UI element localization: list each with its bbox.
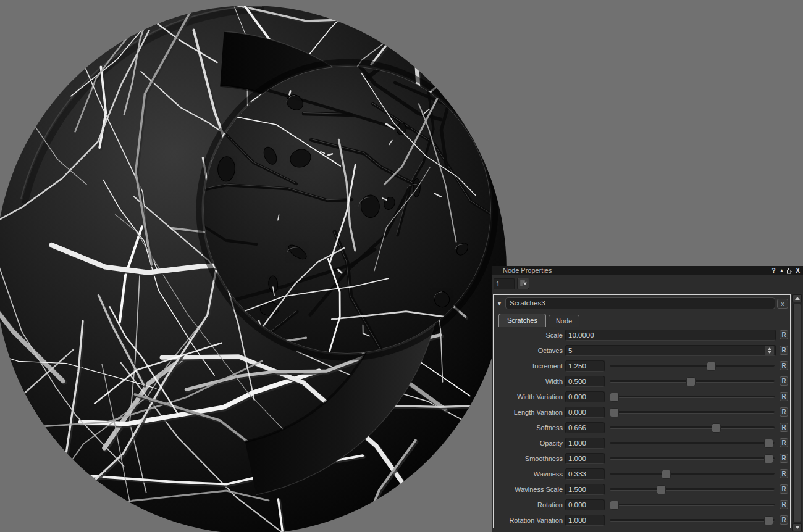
- opacity-reset-button[interactable]: R: [780, 438, 788, 447]
- opacity-controls: R: [565, 438, 788, 449]
- spinner-down-icon[interactable]: [768, 351, 771, 354]
- rotation-reset-button[interactable]: R: [780, 500, 788, 509]
- length-variation-slider-track[interactable]: [610, 411, 775, 414]
- property-row-width-variation: Width VariationR: [494, 389, 790, 404]
- width-reset-button[interactable]: R: [780, 376, 788, 386]
- length-variation-controls: R: [565, 407, 788, 418]
- octaves-controls: R: [565, 345, 788, 356]
- octaves-spinner[interactable]: [764, 346, 775, 355]
- panel-content: ▼ Scratches3 x Scratches Node ScaleROcta…: [492, 293, 803, 532]
- width-variation-input[interactable]: [565, 391, 605, 402]
- vertical-scrollbar[interactable]: [792, 294, 802, 531]
- rotation-variation-slider[interactable]: [610, 515, 775, 525]
- smoothness-reset-button[interactable]: R: [780, 454, 788, 463]
- opacity-label: Opacity: [494, 439, 565, 447]
- width-input[interactable]: [565, 376, 605, 387]
- length-variation-input[interactable]: [565, 407, 605, 418]
- smoothness-slider[interactable]: [610, 454, 775, 463]
- panel-title: Node Properties: [503, 266, 552, 275]
- scroll-down-button[interactable]: [792, 523, 802, 531]
- rotation-slider-thumb[interactable]: [610, 501, 619, 510]
- property-row-smoothness: SmoothnessR: [494, 451, 790, 466]
- softness-reset-button[interactable]: R: [780, 423, 788, 432]
- width-variation-reset-button[interactable]: R: [780, 392, 788, 401]
- property-row-softness: SoftnessR: [494, 420, 790, 435]
- property-row-length-variation: Length VariationR: [494, 404, 790, 420]
- scale-label: Scale: [494, 331, 565, 339]
- increment-reset-button[interactable]: R: [780, 361, 788, 370]
- filter-button[interactable]: [517, 278, 529, 289]
- opacity-slider-track[interactable]: [610, 442, 775, 444]
- property-row-waviness: WavinessR: [494, 466, 790, 481]
- length-variation-slider-thumb[interactable]: [610, 408, 619, 417]
- smoothness-input[interactable]: [565, 453, 605, 464]
- waviness-scale-input[interactable]: [565, 484, 605, 495]
- opacity-slider-thumb[interactable]: [764, 439, 773, 448]
- opacity-slider[interactable]: [610, 438, 775, 447]
- softness-controls: R: [565, 422, 788, 433]
- properties-container: ▼ Scratches3 x Scratches Node ScaleROcta…: [493, 294, 791, 528]
- width-slider-thumb[interactable]: [686, 377, 696, 386]
- waviness-reset-button[interactable]: R: [780, 469, 788, 478]
- width-label: Width: [494, 378, 565, 385]
- waviness-slider-track[interactable]: [610, 473, 775, 475]
- width-variation-slider[interactable]: [610, 392, 775, 401]
- scroll-up-button[interactable]: [792, 294, 802, 302]
- property-row-octaves: OctavesR: [494, 343, 790, 358]
- octaves-reset-button[interactable]: R: [780, 346, 788, 355]
- rotation-slider[interactable]: [610, 500, 775, 509]
- width-variation-slider-thumb[interactable]: [610, 393, 619, 402]
- softness-input[interactable]: [565, 422, 605, 433]
- window-restore-icon[interactable]: [786, 267, 793, 274]
- softness-slider-thumb[interactable]: [712, 423, 721, 433]
- index-input[interactable]: [494, 278, 515, 289]
- panel-toolbar: [492, 275, 803, 293]
- waviness-scale-slider-track[interactable]: [610, 488, 775, 491]
- tab-node[interactable]: Node: [549, 315, 579, 327]
- property-row-rotation-variation: Rotation VariationR: [494, 512, 790, 528]
- scale-reset-button[interactable]: R: [780, 330, 788, 339]
- softness-slider-track[interactable]: [610, 426, 775, 429]
- waviness-scale-slider-thumb[interactable]: [657, 485, 666, 494]
- rotation-variation-reset-button[interactable]: R: [780, 515, 788, 525]
- waviness-scale-slider[interactable]: [610, 484, 775, 494]
- length-variation-reset-button[interactable]: R: [780, 407, 788, 417]
- waviness-scale-controls: R: [565, 484, 788, 495]
- width-slider[interactable]: [610, 376, 775, 386]
- increment-input[interactable]: [565, 360, 605, 372]
- softness-label: Softness: [494, 424, 565, 431]
- increment-slider[interactable]: [610, 361, 775, 370]
- width-variation-slider-track[interactable]: [610, 396, 775, 398]
- tab-scratches[interactable]: Scratches: [498, 314, 546, 327]
- waviness-slider[interactable]: [610, 469, 775, 478]
- node-name-field[interactable]: Scratches3: [505, 297, 775, 309]
- rotation-input[interactable]: [565, 499, 605, 510]
- popup-icon[interactable]: ▲: [778, 267, 785, 275]
- rotation-variation-slider-track[interactable]: [610, 519, 775, 522]
- waviness-slider-thumb[interactable]: [662, 470, 671, 479]
- node-close-button[interactable]: x: [777, 299, 788, 309]
- increment-slider-thumb[interactable]: [707, 362, 716, 371]
- rotation-controls: R: [565, 499, 788, 510]
- scrollbar-handle[interactable]: [793, 304, 801, 522]
- opacity-input[interactable]: [565, 438, 605, 449]
- spinner-up-icon[interactable]: [768, 347, 771, 350]
- collapse-triangle-icon[interactable]: ▼: [495, 301, 503, 307]
- arrow-up-icon: [795, 297, 800, 300]
- softness-slider[interactable]: [610, 423, 775, 432]
- scale-input[interactable]: [565, 330, 776, 341]
- panel-titlebar[interactable]: Node Properties ? ▲ X: [492, 266, 803, 275]
- rotation-variation-input[interactable]: [565, 515, 605, 526]
- close-icon[interactable]: X: [794, 267, 801, 275]
- increment-slider-track[interactable]: [610, 365, 775, 367]
- increment-controls: R: [565, 360, 788, 372]
- smoothness-slider-track[interactable]: [610, 457, 775, 460]
- smoothness-slider-thumb[interactable]: [764, 454, 773, 463]
- waviness-input[interactable]: [565, 468, 605, 480]
- help-icon[interactable]: ?: [770, 267, 777, 275]
- waviness-scale-reset-button[interactable]: R: [780, 484, 788, 494]
- length-variation-slider[interactable]: [610, 407, 775, 417]
- rotation-slider-track[interactable]: [610, 504, 775, 506]
- rotation-variation-slider-thumb[interactable]: [764, 516, 773, 525]
- octaves-input[interactable]: [565, 345, 776, 356]
